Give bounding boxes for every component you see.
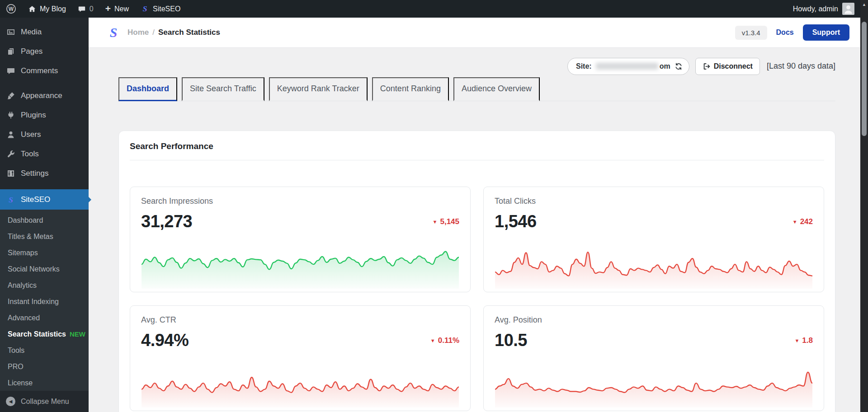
docs-link[interactable]: Docs <box>776 28 794 37</box>
scrollbar-up-arrow[interactable]: ▲ <box>860 2 868 7</box>
submenu-item-instant-indexing[interactable]: Instant Indexing <box>0 294 89 310</box>
site-selector[interactable]: Site: om <box>567 58 689 75</box>
sidebar-item-pages[interactable]: Pages <box>0 42 89 61</box>
sidebar-item-label: Settings <box>21 169 48 178</box>
sidebar-item-siteseo[interactable]: S SiteSEO <box>0 189 89 210</box>
metric-card-avg-position: Avg. Position 10.5 ▼1.8 <box>483 305 824 411</box>
tab-content-ranking[interactable]: Content Ranking <box>372 77 449 101</box>
wp-admin-bar: W My Blog 0 + New S <box>0 0 868 18</box>
submenu-item-dashboard[interactable]: Dashboard <box>0 212 89 229</box>
submenu-item-license[interactable]: License <box>0 375 89 391</box>
svg-text:W: W <box>9 6 14 12</box>
sidebar-item-plugins[interactable]: Plugins <box>0 105 89 125</box>
metric-delta: ▼242 <box>793 217 813 226</box>
submenu-item-advanced[interactable]: Advanced <box>0 310 89 326</box>
wordpress-logo-menu[interactable]: W <box>0 0 22 18</box>
tab-dashboard[interactable]: Dashboard <box>118 77 177 101</box>
sidebar-items: Media Pages Comments Appearance Plugins … <box>0 22 89 183</box>
tab-audience-overview[interactable]: Audience Overview <box>453 77 540 101</box>
svg-text:S: S <box>9 195 13 204</box>
metric-card-search-impressions: Search Impressions 31,273 ▼5,145 <box>130 187 471 292</box>
dashboard-tabs: Dashboard Site Search Traffic Keyword Ra… <box>118 77 835 101</box>
sidebar-item-label: Media <box>21 28 42 37</box>
metric-sparkline-chart <box>142 247 459 289</box>
sidebar-item-label: SiteSEO <box>21 195 50 204</box>
search-performance-panel: Search Performance Search Impressions 31… <box>118 131 835 412</box>
disconnect-label: Disconnect <box>714 62 753 70</box>
metric-sparkline-chart <box>495 365 812 407</box>
home-icon <box>28 5 36 13</box>
metric-label: Search Impressions <box>141 197 459 206</box>
admin-bar-new-menu[interactable]: + New <box>99 0 135 18</box>
refresh-icon[interactable] <box>675 62 683 70</box>
media-icon <box>6 28 15 37</box>
section-title: Search Performance <box>119 131 835 151</box>
metric-card-total-clicks: Total Clicks 1,546 ▼242 <box>483 187 824 292</box>
wordpress-logo-icon: W <box>6 4 16 14</box>
tab-site-search-traffic[interactable]: Site Search Traffic <box>182 77 264 101</box>
appearance-icon <box>6 91 15 100</box>
site-label: Site: <box>576 62 592 70</box>
sidebar-item-appearance[interactable]: Appearance <box>0 86 89 105</box>
plugins-icon <box>6 111 15 120</box>
metric-card-avg-ctr: Avg. CTR 4.94% ▼0.11% <box>130 305 471 411</box>
down-triangle-icon: ▼ <box>794 338 799 343</box>
comments-bubble-icon <box>78 5 86 13</box>
metric-delta: ▼5,145 <box>433 217 459 226</box>
admin-bar-siteseo-label: SiteSEO <box>153 5 180 13</box>
admin-bar-account[interactable]: Howdy, admin <box>793 0 868 18</box>
section-divider <box>130 160 824 160</box>
support-button[interactable]: Support <box>803 24 849 41</box>
siteseo-logo-icon: S <box>141 4 149 14</box>
siteseo-logo-icon: S <box>6 195 15 204</box>
sidebar-item-users[interactable]: Users <box>0 125 89 144</box>
sidebar-item-label: Users <box>21 130 41 139</box>
submenu-item-social-networks[interactable]: Social Networks <box>0 261 89 277</box>
submenu-item-tools[interactable]: Tools <box>0 342 89 359</box>
sidebar-item-label: Tools <box>21 150 39 159</box>
breadcrumb-home-link[interactable]: Home <box>127 28 149 37</box>
sidebar-item-tools[interactable]: Tools <box>0 144 89 164</box>
admin-bar-siteseo-menu[interactable]: S SiteSEO <box>135 0 186 18</box>
metric-sparkline-chart <box>142 365 459 407</box>
sidebar-item-settings[interactable]: Settings <box>0 164 89 183</box>
scrollbar-thumb[interactable] <box>862 22 867 136</box>
breadcrumb-current: Search Statistics <box>158 28 220 37</box>
metric-delta: ▼0.11% <box>430 336 459 345</box>
metric-cards-grid: Search Impressions 31,273 ▼5,145 Total C… <box>130 187 824 411</box>
collapse-menu-button[interactable]: ◀ Collapse Menu <box>0 391 89 412</box>
tab-keyword-rank-tracker[interactable]: Keyword Rank Tracker <box>269 77 368 101</box>
metric-label: Avg. CTR <box>141 315 459 325</box>
users-icon <box>6 130 15 139</box>
admin-bar-site-name: My Blog <box>40 5 66 13</box>
svg-text:S: S <box>143 4 147 13</box>
sidebar-item-media[interactable]: Media <box>0 22 89 42</box>
submenu-item-search-statistics[interactable]: Search StatisticsNEW <box>0 326 89 342</box>
submenu-item-titles-metas[interactable]: Titles & Metas <box>0 229 89 245</box>
collapse-arrow-icon: ◀ <box>6 397 15 406</box>
site-domain-redacted <box>596 63 658 70</box>
admin-bar-site-link[interactable]: My Blog <box>22 0 72 18</box>
comments-icon <box>6 66 15 75</box>
down-triangle-icon: ▼ <box>430 338 435 343</box>
siteseo-submenu: Dashboard Titles & Metas Sitemaps Social… <box>0 210 89 396</box>
new-badge: NEW <box>70 330 85 338</box>
wp-sidebar-menu: Media Pages Comments Appearance Plugins … <box>0 18 89 412</box>
admin-bar-comments-count: 0 <box>90 5 94 13</box>
down-triangle-icon: ▼ <box>793 219 797 225</box>
sidebar-item-comments[interactable]: Comments <box>0 61 89 80</box>
sidebar-item-label: Comments <box>21 66 58 75</box>
svg-text:S: S <box>110 25 118 40</box>
browser-scrollbar: ▲ <box>860 0 868 412</box>
metric-value: 4.94% <box>141 331 189 350</box>
admin-bar-comments[interactable]: 0 <box>72 0 99 18</box>
pages-icon <box>6 47 15 56</box>
main-content: S Home / Search Statistics v1.3.4 Docs S… <box>89 18 860 412</box>
submenu-item-sitemaps[interactable]: Sitemaps <box>0 245 89 261</box>
version-badge: v1.3.4 <box>735 26 767 40</box>
submenu-item-pro[interactable]: PRO <box>0 359 89 375</box>
plugin-header: S Home / Search Statistics v1.3.4 Docs S… <box>89 18 860 48</box>
sidebar-item-label: Pages <box>21 47 42 56</box>
disconnect-button[interactable]: Disconnect <box>695 58 760 75</box>
submenu-item-analytics[interactable]: Analytics <box>0 277 89 294</box>
